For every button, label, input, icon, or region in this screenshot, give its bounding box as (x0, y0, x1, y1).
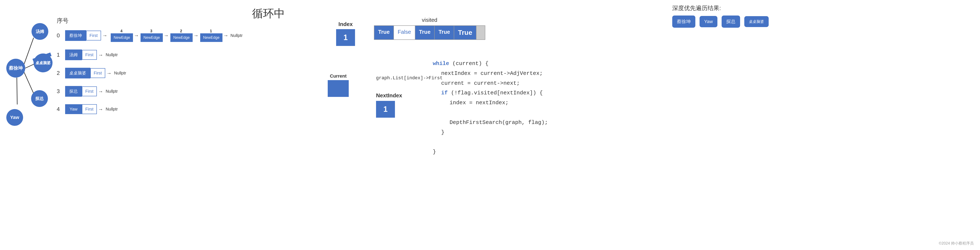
code-line-4: if (!flag.visited[nextIndex]) { (441, 88, 548, 98)
arrow-4: → (98, 106, 103, 112)
adj-first-0: First (86, 31, 101, 41)
arrow-0: → (102, 33, 107, 38)
next-index-value: 1 (376, 101, 395, 118)
code-line-5: index = nextIndex; (450, 98, 548, 108)
dfs-title: 深度优先遍历结果: (672, 4, 768, 12)
nullptr-3: Nullptr (106, 89, 118, 94)
code-line1-rest: (current) { (449, 60, 488, 67)
adj-node-3: 探总 (65, 86, 82, 97)
nullptr-0: Nullptr (231, 33, 243, 38)
index-section: Index 1 (336, 21, 355, 46)
code-section: while (current) { nextIndex = current->A… (433, 59, 548, 157)
adj-row-4: 4 Yaw First → Nullptr (57, 104, 208, 114)
current-label: Current (328, 73, 349, 79)
index-label: Index (336, 21, 355, 27)
visited-section: visited True False True True True (374, 17, 485, 40)
svg-line-0 (24, 38, 33, 64)
dfs-node-0: 蔡徐坤 (672, 16, 695, 28)
row-num-2: 2 (57, 70, 65, 76)
visited-cell-4: True (454, 26, 476, 40)
code-line4-rest: (!flag.visited[nextIndex]) { (448, 90, 542, 96)
row-num-1: 1 (57, 52, 65, 58)
row-num-3: 3 (57, 88, 65, 95)
svg-line-2 (24, 72, 34, 94)
adj-row-1: 1 汤姆 First → Nullptr (57, 49, 208, 60)
arrow-2: → (107, 70, 111, 76)
node-zhuozhunao: 桌桌脑婆 (33, 54, 52, 72)
adj-first-2: First (90, 68, 105, 78)
nullptr-1: Nullptr (106, 52, 118, 57)
code-while-keyword: while (433, 60, 449, 67)
visited-cell-1: False (394, 26, 415, 40)
code-line-2: nextIndex = current->AdjVertex; (441, 69, 548, 78)
adj-node-1: 汤姆 (65, 49, 82, 60)
visited-title: visited (374, 17, 485, 23)
dfs-nodes: 蔡徐坤 Yaw 探总 桌桌脑婆 (672, 16, 768, 28)
edge-box-0-1: NewEdge (200, 33, 223, 42)
visited-cell-0: True (374, 26, 394, 40)
code-line-9 (433, 137, 548, 147)
nullptr-2: Nullptr (114, 71, 126, 76)
node-caixukun: 蔡徐坤 (6, 59, 25, 78)
node-tanzong: 探总 (31, 90, 48, 107)
adj-first-3: First (82, 86, 97, 96)
next-index-section: NextIndex 1 (376, 92, 402, 118)
graph-section: 蔡徐坤 汤姆 桌桌脑婆 探总 Yaw (0, 0, 55, 250)
next-index-label: NextIndex (376, 92, 402, 99)
visited-cell-extra (476, 26, 485, 40)
copyright: ©2024 帅小蔡程序员 (939, 241, 974, 246)
code-line-1: while (current) { (433, 59, 548, 69)
adj-first-4: First (82, 104, 97, 114)
adj-node-0: 蔡徐坤 (65, 30, 86, 41)
adj-node-4: Yaw (65, 104, 82, 114)
adj-section: 序号 0 蔡徐坤 First → 4 NewEdge → 3 NewEdge →… (57, 17, 208, 122)
visited-array: True False True True True (374, 25, 485, 40)
visited-cell-3: True (434, 26, 454, 40)
current-section: Current (328, 73, 349, 97)
arrow-1: → (98, 52, 103, 58)
sequence-title: 序号 (57, 17, 208, 25)
code-line-3: current = current->next; (441, 78, 548, 88)
nullptr-4: Nullptr (106, 107, 118, 112)
main-title: 循环中 (252, 6, 285, 21)
adj-row-3: 3 探总 First → Nullptr (57, 86, 208, 97)
dfs-node-3: 桌桌脑婆 (744, 16, 768, 27)
code-line-10: } (433, 147, 548, 157)
title-section: 循环中 (252, 6, 285, 21)
code-line-6 (441, 108, 548, 118)
node-tangmu: 汤姆 (32, 23, 48, 40)
adj-node-2: 桌桌脑婆 (65, 68, 90, 78)
node-yaw: Yaw (6, 109, 23, 126)
edge-box-0-3: NewEdge (140, 33, 163, 42)
adj-first-1: First (82, 50, 97, 60)
code-line-7: DepthFirstSearch(graph, flag); (450, 118, 548, 128)
row-num-0: 0 (57, 32, 65, 39)
adj-row-0: 0 蔡徐坤 First → 4 NewEdge → 3 NewEdge → 2 … (57, 29, 208, 42)
svg-line-3 (17, 78, 17, 104)
dfs-node-1: Yaw (700, 16, 718, 27)
code-if-keyword: if (441, 90, 448, 96)
current-box (328, 80, 349, 97)
edge-box-0-2: NewEdge (170, 33, 192, 42)
edge-box-0-4: NewEdge (111, 33, 133, 42)
index-value: 1 (336, 29, 355, 46)
code-line-8: } (441, 128, 548, 138)
dfs-node-2: 探总 (722, 16, 740, 28)
arrow-3: → (98, 89, 103, 94)
dfs-result: 深度优先遍历结果: 蔡徐坤 Yaw 探总 桌桌脑婆 (672, 4, 768, 28)
visited-cell-2: True (415, 26, 435, 40)
adj-row-2: 2 桌桌脑婆 First → Nullptr (57, 68, 208, 78)
row-num-4: 4 (57, 106, 65, 112)
